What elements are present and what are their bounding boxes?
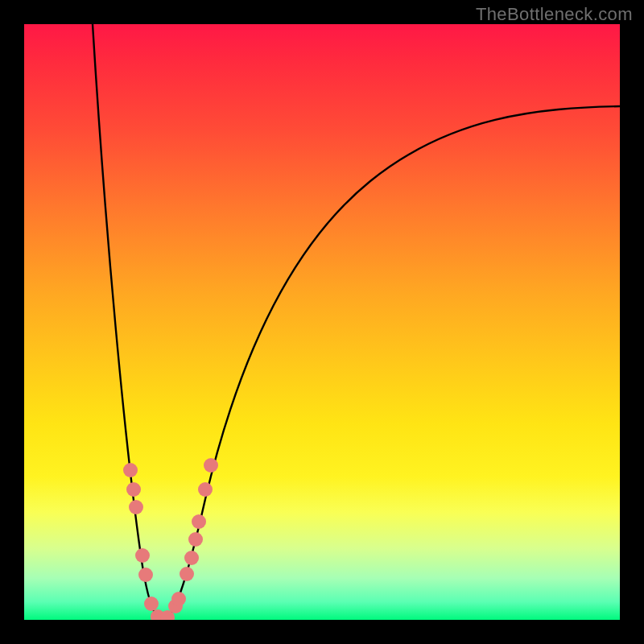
data-marker	[188, 532, 203, 547]
marker-group	[123, 458, 218, 620]
data-marker	[138, 568, 153, 582]
data-marker	[184, 551, 199, 565]
plot-area	[24, 24, 620, 620]
data-marker	[135, 548, 150, 563]
data-marker	[129, 500, 143, 514]
data-marker	[126, 482, 141, 497]
data-marker	[171, 592, 186, 606]
data-marker	[144, 597, 159, 611]
data-marker	[198, 482, 213, 497]
curve-path	[93, 24, 620, 620]
data-marker	[204, 458, 218, 473]
bottleneck-curve	[24, 24, 620, 620]
data-marker	[123, 463, 138, 477]
watermark-text: TheBottleneck.com	[476, 4, 633, 25]
chart-frame: TheBottleneck.com	[0, 0, 644, 644]
data-marker	[192, 514, 206, 529]
data-marker	[180, 567, 194, 581]
